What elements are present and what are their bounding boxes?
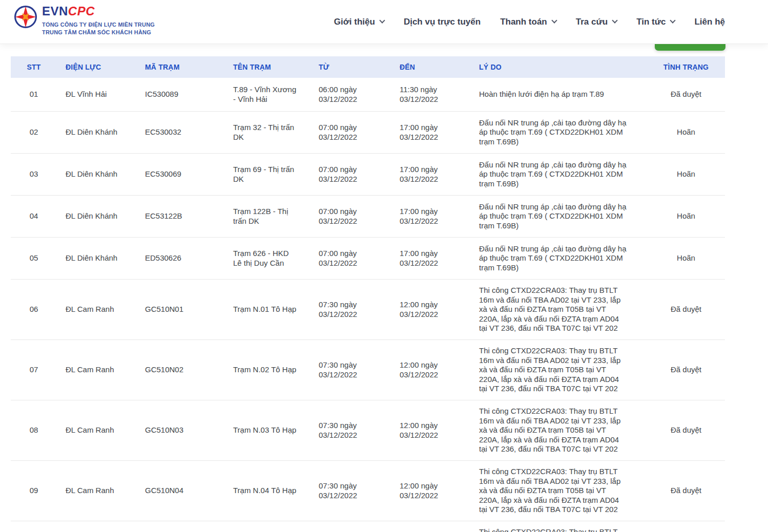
page: { "colors":{ "navy":"#2a3b8f", "red":"#e… xyxy=(0,0,768,532)
cell-stt: 06 xyxy=(11,305,57,314)
nav-item-lien-he[interactable]: Liên hệ xyxy=(694,17,725,27)
column-header: MÃ TRẠM xyxy=(136,63,224,71)
cell-ma_tram: GC510N03 xyxy=(136,425,224,435)
cell-tu: 07:30 ngày 03/12/2022 xyxy=(310,421,391,440)
nav-item-dich-vu-truc-tuyen[interactable]: Dịch vụ trực tuyến xyxy=(404,17,481,27)
nav-item-tra-cuu[interactable]: Tra cứu xyxy=(576,17,617,27)
table-row: 05ĐL Diên KhánhED530626Trạm 626 - HKD Lê… xyxy=(11,238,725,280)
chevron-down-icon xyxy=(670,17,676,23)
cell-tinh_trang: Hoãn xyxy=(647,169,725,179)
column-header: STT xyxy=(11,63,57,71)
table-row: Thi công CTXD22CRA03: Thay trụ BTLT xyxy=(11,521,725,532)
nav-item-tin-tuc[interactable]: Tin tức xyxy=(636,17,675,27)
cell-dien_luc: ĐL Cam Ranh xyxy=(57,365,136,375)
brand-text: EVNCPC TỔNG CÔNG TY ĐIỆN LỰC MIỀN TRUNG … xyxy=(42,4,155,36)
table-row: 06ĐL Cam RanhGC510N01Trạm N.01 Tô Hạp07:… xyxy=(11,280,725,340)
cell-ma_tram xyxy=(136,521,224,527)
nav-item-thanh-toan[interactable]: Thanh toán xyxy=(500,17,556,27)
cell-ma_tram: GC510N04 xyxy=(136,486,224,496)
cell-tu: 07:00 ngày 03/12/2022 xyxy=(310,207,391,226)
cell-ly_do: Thi công CTXD22CRA03: Thay trụ BTLT 16m … xyxy=(470,467,647,515)
cell-ly_do: Thi công CTXD22CRA03: Thay trụ BTLT 16m … xyxy=(470,286,647,333)
brand-logo[interactable]: EVNCPC TỔNG CÔNG TY ĐIỆN LỰC MIỀN TRUNG … xyxy=(14,4,155,36)
cell-den: 12:00 ngày 03/12/2022 xyxy=(391,421,470,440)
cell-tu: 07:00 ngày 03/12/2022 xyxy=(310,123,391,142)
nav-item-label: Tra cứu xyxy=(576,17,608,27)
outage-schedule-table: STTĐIỆN LỰCMÃ TRẠMTÊN TRẠMTỪĐẾNLÝ DOTÌNH… xyxy=(11,56,725,532)
primary-action-button[interactable] xyxy=(655,44,725,51)
cell-ten_tram xyxy=(224,521,310,527)
table-body: 01ĐL Vĩnh HảiIC530089T.89 - Vĩnh Xương -… xyxy=(11,78,725,532)
cell-ten_tram: Trạm N.03 Tô Hạp xyxy=(224,425,310,435)
brand-subtitle-line2: TRUNG TÂM CHĂM SÓC KHÁCH HÀNG xyxy=(42,29,155,36)
cell-ly_do: Thi công CTXD22CRA03: Thay trụ BTLT 16m … xyxy=(470,407,647,454)
cell-ma_tram: GC510N02 xyxy=(136,365,224,375)
cell-ten_tram: Trạm 32 - Thị trấn DK xyxy=(224,123,310,142)
nav-item-label: Thanh toán xyxy=(500,17,547,27)
table-row: 08ĐL Cam RanhGC510N03Trạm N.03 Tô Hạp07:… xyxy=(11,400,725,461)
cell-tinh_trang: Hoãn xyxy=(647,253,725,263)
cell-ly_do: Đấu nối NR trung áp ,cải tạo đường dây h… xyxy=(470,244,647,273)
chevron-down-icon xyxy=(551,17,557,23)
cell-ly_do: Đấu nối NR trung áp ,cải tạo đường dây h… xyxy=(470,160,647,189)
cell-ly_do: Hoàn thiện lưới điện hạ áp trạm T.89 xyxy=(470,90,647,99)
cell-dien_luc: ĐL Cam Ranh xyxy=(57,425,136,435)
cell-tu: 07:30 ngày 03/12/2022 xyxy=(310,300,391,319)
cell-tu: 07:30 ngày 03/12/2022 xyxy=(310,481,391,500)
cell-den: 17:00 ngày 03/12/2022 xyxy=(391,207,470,226)
cell-dien_luc: ĐL Diên Khánh xyxy=(57,211,136,221)
cell-stt: 03 xyxy=(11,169,57,179)
cell-ten_tram: Trạm N.01 Tô Hạp xyxy=(224,305,310,314)
cell-den: 17:00 ngày 03/12/2022 xyxy=(391,165,470,184)
brand-name: EVNCPC xyxy=(42,4,155,19)
cell-tinh_trang: Hoãn xyxy=(647,127,725,137)
cell-den xyxy=(391,521,470,527)
cell-den: 17:00 ngày 03/12/2022 xyxy=(391,123,470,142)
cell-den: 11:30 ngày 03/12/2022 xyxy=(391,85,470,104)
nav-item-label: Liên hệ xyxy=(694,17,725,27)
cell-dien_luc: ĐL Vĩnh Hải xyxy=(57,90,136,99)
cell-tinh_trang: Đã duyệt xyxy=(647,90,725,99)
cell-ten_tram: Trạm N.04 Tô Hạp xyxy=(224,486,310,496)
cell-stt: 01 xyxy=(11,90,57,99)
nav-item-label: Giới thiệu xyxy=(334,17,375,27)
cell-stt: 02 xyxy=(11,127,57,137)
top-header-bar: EVNCPC TỔNG CÔNG TY ĐIỆN LỰC MIỀN TRUNG … xyxy=(0,0,768,44)
cell-dien_luc: ĐL Cam Ranh xyxy=(57,486,136,496)
cell-tinh_trang: Đã duyệt xyxy=(647,425,725,435)
cell-tinh_trang xyxy=(647,521,725,527)
cell-ly_do: Thi công CTXD22CRA03: Thay trụ BTLT xyxy=(470,521,647,532)
cell-ly_do: Đấu nối NR trung áp ,cải tạo đường dây h… xyxy=(470,118,647,147)
brand-cpc: CPC xyxy=(68,4,95,18)
cell-tinh_trang: Đã duyệt xyxy=(647,486,725,496)
cell-ma_tram: EC530032 xyxy=(136,127,224,137)
cell-tinh_trang: Hoãn xyxy=(647,211,725,221)
cell-ma_tram: EC530069 xyxy=(136,169,224,179)
evn-star-icon xyxy=(14,5,37,29)
cell-tu: 07:30 ngày 03/12/2022 xyxy=(310,360,391,379)
cell-ma_tram: ED530626 xyxy=(136,253,224,263)
cell-dien_luc: ĐL Cam Ranh xyxy=(57,305,136,314)
cell-stt: 05 xyxy=(11,253,57,263)
brand-subtitle-line1: TỔNG CÔNG TY ĐIỆN LỰC MIỀN TRUNG xyxy=(42,21,155,29)
cell-ten_tram: T.89 - Vĩnh Xương - Vĩnh Hải xyxy=(224,85,310,104)
cell-stt: 07 xyxy=(11,365,57,375)
cell-tinh_trang: Đã duyệt xyxy=(647,365,725,375)
nav-item-gioi-thieu[interactable]: Giới thiệu xyxy=(334,17,384,27)
brand-subtitle: TỔNG CÔNG TY ĐIỆN LỰC MIỀN TRUNG TRUNG T… xyxy=(42,21,155,36)
table-row: 01ĐL Vĩnh HảiIC530089T.89 - Vĩnh Xương -… xyxy=(11,78,725,112)
cell-stt: 09 xyxy=(11,486,57,496)
cell-dien_luc: ĐL Diên Khánh xyxy=(57,127,136,137)
table-row: 04ĐL Diên KhánhEC53122BTrạm 122B - Thị t… xyxy=(11,196,725,238)
brand-evn: EVN xyxy=(42,4,68,18)
cell-ma_tram: GC510N01 xyxy=(136,305,224,314)
cell-dien_luc xyxy=(57,521,136,527)
cell-den: 12:00 ngày 03/12/2022 xyxy=(391,481,470,500)
column-header: TÊN TRẠM xyxy=(224,63,310,71)
column-header: TỪ xyxy=(310,63,391,71)
cell-ten_tram: Trạm N.02 Tô Hạp xyxy=(224,365,310,375)
cell-den: 17:00 ngày 03/12/2022 xyxy=(391,249,470,268)
column-header: LÝ DO xyxy=(470,63,647,71)
cell-dien_luc: ĐL Diên Khánh xyxy=(57,253,136,263)
cell-tu: 07:00 ngày 03/12/2022 xyxy=(310,249,391,268)
